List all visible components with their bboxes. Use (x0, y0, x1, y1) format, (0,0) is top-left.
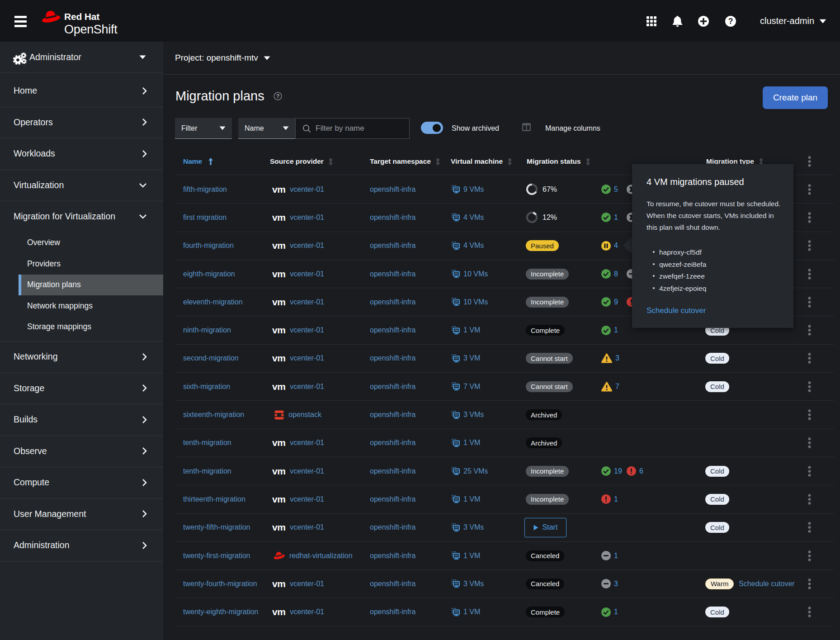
svg-text:?: ? (276, 93, 280, 100)
svg-text:?: ? (728, 17, 733, 26)
